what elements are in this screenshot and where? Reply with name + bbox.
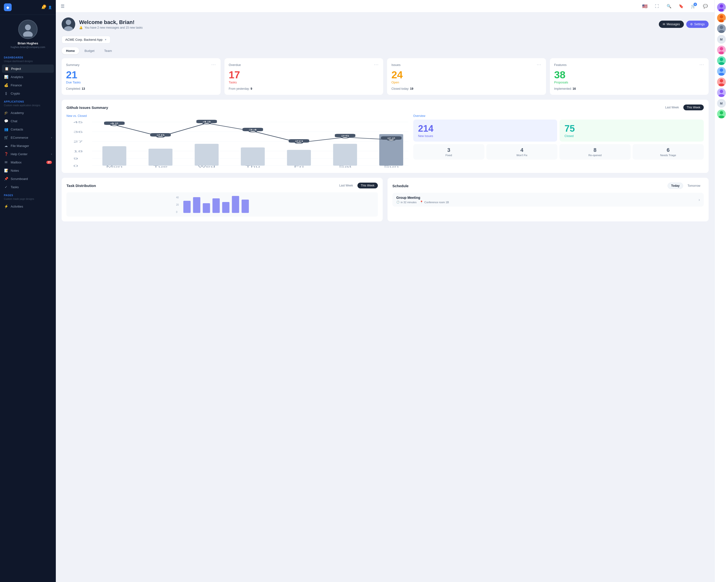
svg-point-67	[720, 47, 723, 51]
stat-issues-more[interactable]: ···	[537, 62, 541, 67]
overview-closed-number: 75	[565, 123, 699, 134]
sidebar-item-finance[interactable]: 💰 Finance	[0, 81, 56, 89]
right-avatar-1[interactable]	[717, 3, 726, 11]
sidebar-item-contacts-label: Contacts	[11, 128, 23, 131]
stat-overdue-more[interactable]: ···	[374, 62, 379, 67]
svg-point-76	[719, 94, 724, 97]
bookmark-button[interactable]: 🔖	[677, 2, 685, 10]
svg-text:42: 42	[110, 122, 119, 124]
task-distribution-section: Task Distribution Last Week This Week 40…	[62, 178, 383, 221]
avatar-status-dot	[724, 20, 726, 22]
svg-rect-59	[232, 196, 239, 213]
chat-icon: 💬	[4, 119, 8, 123]
svg-text:Mon: Mon	[106, 165, 123, 168]
cart-badge: 5	[694, 3, 697, 6]
overview-new-issues-card: 214 New Issues	[413, 119, 557, 142]
messages-button[interactable]: ✉ Messages	[659, 21, 684, 28]
svg-text:Tue: Tue	[153, 165, 168, 168]
sidebar-item-mailbox-label: Mailbox	[11, 161, 22, 164]
svg-text:18: 18	[73, 150, 83, 153]
schedule-header: Schedule Today Tomorrow	[392, 183, 704, 189]
sidebar-item-tasks[interactable]: ✓ Tasks	[0, 183, 56, 191]
filemanager-icon: ☁	[4, 144, 8, 148]
sidebar-item-filemanager[interactable]: ☁ File Manager	[0, 142, 56, 150]
schedule-today-btn[interactable]: Today	[668, 183, 683, 189]
github-last-week-btn[interactable]: Last Week	[662, 105, 682, 110]
settings-button[interactable]: ⚙ Settings	[686, 21, 709, 28]
right-avatar-7[interactable]	[717, 67, 726, 76]
svg-point-68	[719, 51, 724, 54]
stat-summary-more[interactable]: ···	[211, 62, 216, 67]
task-dist-last-week-btn[interactable]: Last Week	[336, 183, 356, 188]
svg-rect-56	[203, 203, 210, 213]
sidebar-item-crypto-label: Crypto	[11, 92, 20, 95]
cart-button[interactable]: 🛒 5	[689, 2, 697, 10]
right-avatar-11[interactable]	[717, 110, 726, 118]
svg-text:Sat: Sat	[339, 165, 352, 168]
fullscreen-button[interactable]: ⛶	[653, 2, 661, 10]
sidebar-item-notes[interactable]: 📝 Notes	[0, 166, 56, 175]
sidebar-item-ecommerce-label: ECommerce	[11, 136, 28, 139]
svg-point-70	[719, 62, 724, 65]
sidebar-item-filemanager-label: File Manager	[11, 144, 29, 148]
github-content: New vs. Closed 45 36 27 18 9 0	[67, 114, 704, 168]
stat-features-footer-val: 16	[573, 87, 576, 90]
svg-point-71	[720, 68, 723, 72]
us-flag: 🇺🇸	[642, 4, 647, 9]
stat-features-footer: Implemented: 16	[554, 87, 704, 90]
right-avatar-6[interactable]	[717, 56, 726, 65]
stat-card-summary: Summary ··· 21 Due Tasks Completed: 13	[62, 58, 220, 95]
user-circle-icon[interactable]: 👤	[48, 6, 52, 9]
event-arrow-icon[interactable]: ›	[699, 198, 700, 202]
sidebar-item-scrumboard[interactable]: 📌 Scrumboard	[0, 175, 56, 183]
stat-features-more[interactable]: ···	[700, 62, 704, 67]
app-logo[interactable]: ◆	[4, 3, 11, 11]
task-dist-this-week-btn[interactable]: This Week	[358, 183, 378, 188]
envelope-icon: ✉	[663, 23, 665, 26]
svg-text:40: 40	[176, 196, 179, 199]
sidebar-item-academy[interactable]: 🎓 Academy	[0, 109, 56, 117]
stat-card-issues: Issues ··· 24 Open Closed today: 19	[387, 58, 546, 95]
sidebar-item-contacts[interactable]: 👥 Contacts	[0, 125, 56, 133]
right-avatar-3[interactable]	[717, 24, 726, 33]
welcome-user-avatar	[62, 18, 75, 31]
stat-card-overdue: Overdue ··· 17 Tasks From yesterday: 9	[225, 58, 383, 95]
sidebar-item-mailbox[interactable]: ✉ Mailbox 27	[0, 158, 56, 166]
right-avatar-10[interactable]: M	[717, 99, 726, 108]
right-avatar-4[interactable]: M	[717, 35, 726, 44]
tab-budget[interactable]: Budget	[80, 47, 99, 54]
svg-text:Thu: Thu	[245, 165, 260, 168]
mini-stat-triage-number: 6	[634, 147, 702, 153]
sidebar-item-analytics[interactable]: 📊 Analytics	[0, 73, 56, 81]
ecommerce-icon: 🛒	[4, 136, 8, 139]
sidebar-item-helpcenter[interactable]: ❓ Help Center ›	[0, 150, 56, 158]
sidebar-item-chat[interactable]: 💬 Chat	[0, 117, 56, 125]
stats-grid: Summary ··· 21 Due Tasks Completed: 13 O…	[62, 58, 709, 95]
sidebar-item-ecommerce[interactable]: 🛒 ECommerce ›	[0, 133, 56, 142]
search-button[interactable]: 🔍	[665, 2, 673, 10]
project-selector-label: ACME Corp. Backend App	[65, 38, 102, 41]
right-avatar-5[interactable]	[717, 46, 726, 54]
overview-label: Overview	[413, 114, 704, 118]
hamburger-button[interactable]: ☰	[61, 4, 64, 9]
stat-overdue-footer-val: 9	[251, 87, 252, 90]
svg-point-1	[23, 31, 33, 37]
tab-team[interactable]: Team	[100, 47, 116, 54]
tab-home[interactable]: Home	[62, 47, 79, 54]
sidebar-item-activities[interactable]: ⚡ Activities	[0, 202, 56, 211]
topbar-chat-button[interactable]: 💬	[701, 2, 709, 10]
schedule-tomorrow-btn[interactable]: Tomorrow	[684, 183, 704, 189]
right-avatar-2[interactable]	[717, 13, 726, 22]
notification-bell[interactable]: 🔔 3	[41, 6, 45, 9]
right-avatar-8[interactable]	[717, 78, 726, 86]
mini-stat-wontfix-label: Won't Fix	[488, 154, 555, 157]
left-sidebar: ◆ 🔔 3 👤 Brian Hughes hughes.brian@compan…	[0, 0, 56, 582]
svg-text:36: 36	[73, 131, 83, 133]
sidebar-item-project[interactable]: 📋 Project	[2, 64, 54, 73]
svg-text:45: 45	[73, 121, 83, 124]
sidebar-item-crypto[interactable]: ₿ Crypto	[0, 89, 56, 98]
flag-icon[interactable]: 🇺🇸	[641, 2, 649, 10]
project-selector[interactable]: ACME Corp. Backend App ▼	[62, 36, 110, 44]
github-this-week-btn[interactable]: This Week	[683, 105, 704, 110]
right-avatar-9[interactable]	[717, 88, 726, 97]
